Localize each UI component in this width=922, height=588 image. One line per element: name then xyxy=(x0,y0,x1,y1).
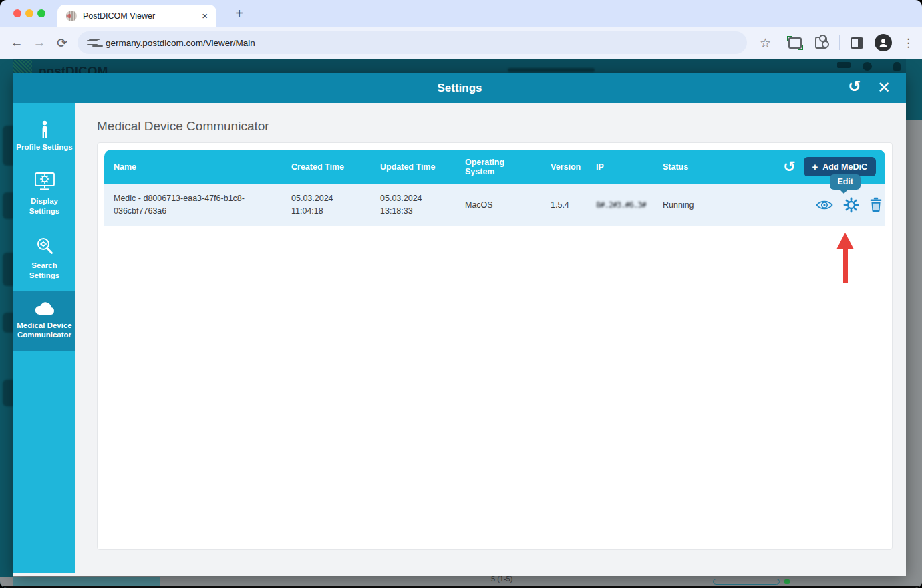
person-icon xyxy=(878,37,889,48)
new-tab-button[interactable]: + xyxy=(230,4,249,23)
col-header-os: Operating System xyxy=(465,158,551,176)
view-eye-icon[interactable] xyxy=(816,198,833,212)
underlying-sidebar-bottom xyxy=(13,577,160,586)
add-medic-button[interactable]: + Add MeDiC xyxy=(804,157,876,176)
profile-avatar[interactable] xyxy=(875,34,892,51)
red-pointer-arrow xyxy=(836,233,854,283)
header-icon-blob xyxy=(863,62,872,71)
col-header-status: Status xyxy=(663,162,776,172)
arrow-head xyxy=(836,233,854,249)
left-toolbar-blob xyxy=(3,192,13,219)
col-header-updated: Updated Time xyxy=(380,162,465,172)
person-icon xyxy=(37,120,52,138)
add-medic-label: Add MeDiC xyxy=(822,162,867,172)
table-refresh-icon[interactable]: ↺ xyxy=(783,158,795,176)
table-row[interactable]: Medic - d8006713-eaa3-47f6-b1c8-036cbf77… xyxy=(104,184,885,226)
underlying-right-toolbar xyxy=(906,59,922,120)
display-settings-icon xyxy=(33,172,56,192)
cloud-icon xyxy=(33,300,56,316)
screen-capture-icon[interactable] xyxy=(788,37,802,49)
modal-title: Settings xyxy=(13,82,906,95)
tab-title: PostDICOM Viewer xyxy=(83,11,200,21)
edit-gear-icon[interactable] xyxy=(843,197,859,213)
ip-redacted-scribble: 8#.2#3.#6.3# xyxy=(596,200,646,210)
underlying-page-bottom: 5 (1-5) xyxy=(0,577,922,586)
side-panel-icon[interactable] xyxy=(851,37,863,49)
sidebar-item-display-settings[interactable]: Display Settings xyxy=(13,162,75,227)
tab-close-icon[interactable]: × xyxy=(200,10,210,21)
postdicom-logo-text: postDICOM xyxy=(39,64,108,74)
cell-ip-redacted: 8#.2#3.#6.3# xyxy=(596,200,663,210)
order-search-smudge xyxy=(508,68,595,72)
medic-table: Name Created Time Updated Time Operating… xyxy=(104,150,885,226)
toolbar-divider xyxy=(839,35,840,50)
settings-content: Medical Device Communicator Name Created… xyxy=(75,103,906,576)
cell-name: Medic - d8006713-eaa3-47f6-b1c8-036cbf77… xyxy=(104,192,291,216)
plus-icon: + xyxy=(812,162,818,172)
search-settings-icon xyxy=(35,236,55,256)
tab-strip: PostDICOM Viewer × + xyxy=(0,0,922,27)
underlying-button-outline xyxy=(713,579,780,585)
settings-modal: Settings ↺ ✕ Profile Settings xyxy=(13,74,906,576)
modal-close-icon[interactable]: ✕ xyxy=(874,78,894,97)
url-text: germany.postdicom.com/Viewer/Main xyxy=(106,38,255,48)
sidebar-item-label: Medical Device Communicator xyxy=(16,321,73,340)
col-header-created: Created Time xyxy=(291,162,380,172)
address-bar[interactable]: germany.postdicom.com/Viewer/Main xyxy=(78,31,747,54)
cell-status: Running xyxy=(663,200,776,210)
updated-time: 13:18:33 xyxy=(380,205,465,217)
sidebar-item-medical-device-communicator[interactable]: Medical Device Communicator xyxy=(13,291,75,351)
bookmark-star-icon[interactable]: ☆ xyxy=(760,35,771,51)
page-title: Medical Device Communicator xyxy=(97,119,893,134)
back-button[interactable]: ← xyxy=(5,35,28,50)
sidebar-item-search-settings[interactable]: Search Settings xyxy=(13,227,75,291)
forward-button[interactable]: → xyxy=(28,35,51,50)
left-toolbar-blob xyxy=(3,253,13,286)
sidebar-item-label: Profile Settings xyxy=(16,142,72,152)
row-actions xyxy=(776,197,885,213)
macos-close-button[interactable] xyxy=(13,9,21,17)
header-icon-blob xyxy=(837,62,851,68)
left-toolbar-blob xyxy=(3,380,13,406)
settings-sidebar: Profile Settings xyxy=(13,103,75,573)
underlying-page-header: postDICOM xyxy=(0,59,922,74)
col-header-name: Name xyxy=(104,162,291,172)
medic-table-card: Name Created Time Updated Time Operating… xyxy=(97,142,893,550)
browser-menu-icon[interactable]: ⋮ xyxy=(903,36,914,50)
edit-tooltip: Edit xyxy=(830,174,861,190)
delete-trash-icon[interactable] xyxy=(869,197,883,212)
sidebar-item-label: Display Settings xyxy=(16,196,73,216)
header-icon-blob xyxy=(893,62,901,71)
modal-header: Settings ↺ ✕ xyxy=(13,74,906,103)
col-header-version: Version xyxy=(551,162,596,172)
sidebar-item-label: Search Settings xyxy=(16,261,73,280)
col-header-ip: IP xyxy=(596,162,663,172)
arrow-stem xyxy=(843,249,848,283)
toolbar-right: ☆ ⋮ xyxy=(760,27,922,59)
created-time: 11:04:18 xyxy=(291,205,380,217)
underlying-green-indicator xyxy=(784,579,790,584)
left-toolbar-blob xyxy=(3,313,13,333)
table-header-actions: ↺ + Add MeDiC xyxy=(776,157,885,176)
browser-tab[interactable]: PostDICOM Viewer × xyxy=(57,5,216,27)
cell-created: 05.03.2024 11:04:18 xyxy=(291,192,380,216)
modal-refresh-icon[interactable]: ↺ xyxy=(844,78,865,96)
macos-zoom-button[interactable] xyxy=(37,9,45,17)
cell-version: 1.5.4 xyxy=(551,200,596,210)
cell-updated: 05.03.2024 13:18:33 xyxy=(380,192,465,216)
postdicom-logo-mark xyxy=(12,60,32,74)
site-info-icon[interactable] xyxy=(87,39,98,47)
underlying-page: postDICOM 5 (1-5) Settings ↺ ✕ xyxy=(0,59,922,588)
sidebar-item-profile-settings[interactable]: Profile Settings xyxy=(13,103,75,162)
created-date: 05.03.2024 xyxy=(291,192,380,204)
postdicom-favicon-icon xyxy=(66,11,77,21)
extensions-puzzle-icon[interactable] xyxy=(815,37,827,49)
cell-os: MacOS xyxy=(465,200,551,210)
updated-date: 05.03.2024 xyxy=(380,192,465,204)
macos-minimize-button[interactable] xyxy=(25,9,33,17)
left-toolbar-blob xyxy=(3,126,13,166)
reload-button[interactable]: ⟳ xyxy=(51,35,73,51)
table-header-row: Name Created Time Updated Time Operating… xyxy=(104,150,885,184)
underlying-left-toolbar xyxy=(0,59,13,588)
browser-window: PostDICOM Viewer × + ← → ⟳ germany.postd… xyxy=(0,0,922,588)
